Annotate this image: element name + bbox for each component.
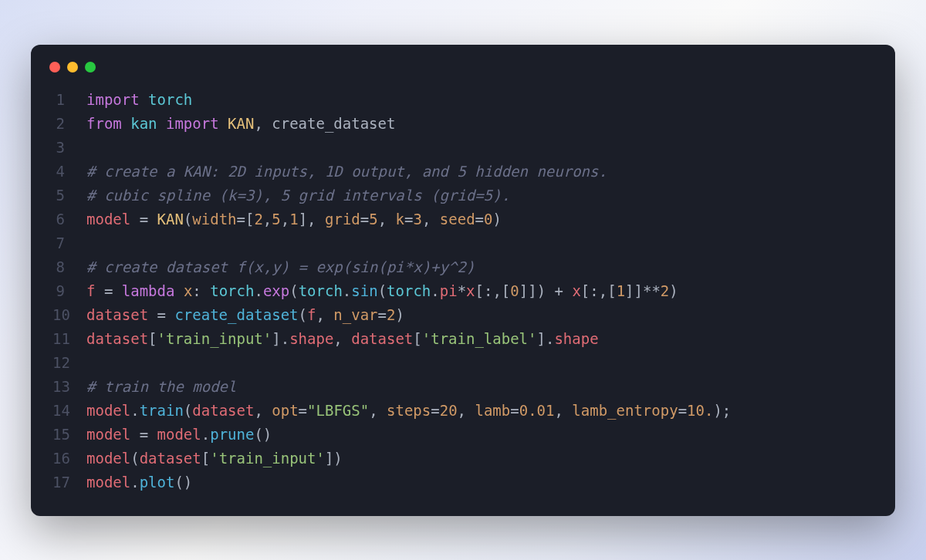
token-op: ( — [130, 450, 139, 467]
token-op: , — [263, 211, 272, 228]
token-op: ( — [289, 282, 298, 299]
token-arg: lamb — [475, 402, 510, 419]
token-arg: seed — [440, 211, 475, 228]
token-num: 10. — [687, 402, 713, 419]
token-num: 20 — [440, 402, 458, 419]
token-kw: lambda — [122, 282, 175, 299]
line-number: 1 — [52, 88, 86, 112]
token-op: ]. — [536, 330, 554, 347]
token-op: = — [130, 426, 157, 443]
token-mod: torch — [299, 282, 343, 299]
token-op: , — [333, 330, 351, 347]
token-op: , — [422, 211, 440, 228]
code-line: 16model(dataset['train_input']) — [52, 447, 874, 471]
token-op: [ — [148, 330, 157, 347]
token-op: , create_dataset — [254, 115, 395, 132]
token-op: . — [201, 426, 210, 443]
token-op: , — [378, 211, 396, 228]
token-num: 0 — [510, 282, 519, 299]
token-id: dataset — [192, 402, 254, 419]
code-content — [86, 351, 874, 375]
close-icon[interactable] — [49, 62, 60, 73]
token-op: () — [174, 474, 192, 491]
code-line: 6model = KAN(width=[2,5,1], grid=5, k=3,… — [52, 207, 874, 231]
code-line: 12 — [52, 351, 874, 375]
token-kw: from — [86, 115, 130, 132]
code-area: 1import torch2from kan import KAN, creat… — [31, 88, 895, 494]
zoom-icon[interactable] — [85, 62, 96, 73]
code-content: model.train(dataset, opt="LBFGS", steps=… — [86, 399, 874, 423]
minimize-icon[interactable] — [67, 62, 78, 73]
code-line: 7 — [52, 231, 874, 255]
token-num: 3 — [413, 211, 421, 228]
token-fn: train — [140, 402, 184, 419]
token-op: . — [431, 282, 439, 299]
code-content: from kan import KAN, create_dataset — [86, 112, 874, 136]
token-num: 5 — [369, 211, 377, 228]
token-mod: kan — [130, 115, 166, 132]
line-number: 3 — [52, 136, 86, 160]
token-op: , — [458, 402, 475, 419]
token-op: ]. — [272, 330, 289, 347]
line-number: 7 — [52, 231, 86, 255]
token-num: 0.01 — [519, 402, 555, 419]
code-line: 11dataset['train_input'].shape, dataset[… — [52, 327, 874, 351]
code-line: 1import torch — [52, 88, 874, 112]
token-op: ) — [669, 282, 678, 299]
token-num: 1 — [617, 282, 625, 299]
code-content: model = KAN(width=[2,5,1], grid=5, k=3, … — [86, 207, 874, 231]
code-line: 14model.train(dataset, opt="LBFGS", step… — [52, 399, 874, 423]
code-line: 9f = lambda x: torch.exp(torch.sin(torch… — [52, 279, 874, 303]
token-id: f — [86, 282, 95, 299]
token-op: [:,[ — [581, 282, 617, 299]
token-arg: opt — [272, 402, 298, 419]
token-op: ]) — [325, 450, 343, 467]
token-op: = — [510, 402, 519, 419]
token-num: 2 — [254, 211, 262, 228]
token-id: shape — [554, 330, 598, 347]
line-number: 2 — [52, 112, 86, 136]
token-fn: prune — [210, 426, 254, 443]
token-op: =[ — [237, 211, 255, 228]
token-cmt: # create a KAN: 2D inputs, 1D output, an… — [86, 163, 607, 180]
line-number: 12 — [52, 351, 86, 375]
token-num: 1 — [289, 211, 298, 228]
token-op: ( — [184, 211, 192, 228]
token-op: [ — [413, 330, 421, 347]
code-content: # cubic spline (k=3), 5 grid intervals (… — [86, 184, 874, 207]
token-op: = — [95, 282, 121, 299]
token-id: model — [86, 211, 130, 228]
code-content: # create dataset f(x,y) = exp(sin(pi*x)+… — [86, 255, 874, 279]
token-op: ) — [492, 211, 501, 228]
token-op: ]]** — [625, 282, 661, 299]
token-op: [:,[ — [475, 282, 511, 299]
token-op: . — [130, 402, 139, 419]
token-mod: torch — [387, 282, 431, 299]
line-number: 14 — [52, 399, 86, 423]
token-op: , — [281, 211, 289, 228]
token-id: f — [307, 306, 316, 323]
token-op: . — [130, 474, 139, 491]
token-arg: grid — [325, 211, 360, 228]
token-id: x — [572, 282, 580, 299]
code-content: f = lambda x: torch.exp(torch.sin(torch.… — [86, 279, 874, 303]
code-content: dataset['train_input'].shape, dataset['t… — [86, 327, 874, 351]
token-op: ], — [299, 211, 325, 228]
code-content: dataset = create_dataset(f, n_var=2) — [86, 303, 874, 327]
line-number: 10 — [52, 303, 86, 327]
token-op: = — [475, 211, 484, 228]
code-content: model(dataset['train_input']) — [86, 447, 874, 471]
token-op: ( — [378, 282, 387, 299]
token-id: shape — [289, 330, 333, 347]
token-op: [ — [201, 450, 210, 467]
token-op: = — [148, 306, 174, 323]
token-fn: plot — [140, 474, 175, 491]
token-op: = — [378, 306, 387, 323]
token-id: dataset — [140, 450, 201, 467]
line-number: 9 — [52, 279, 86, 303]
code-line: 5# cubic spline (k=3), 5 grid intervals … — [52, 184, 874, 207]
token-op: : — [192, 282, 210, 299]
token-fn: sin — [351, 282, 377, 299]
token-op: = — [130, 211, 157, 228]
code-line: 10dataset = create_dataset(f, n_var=2) — [52, 303, 874, 327]
